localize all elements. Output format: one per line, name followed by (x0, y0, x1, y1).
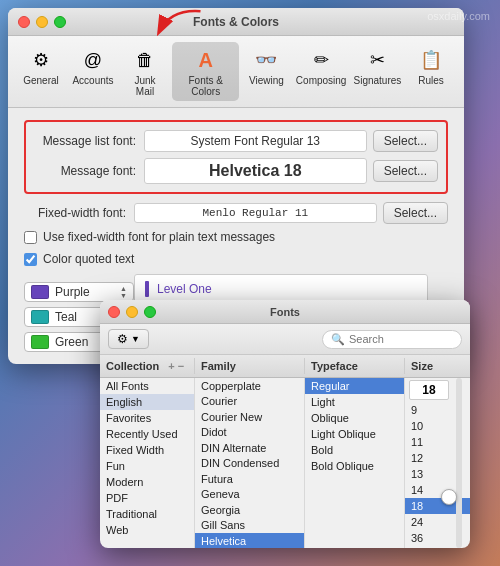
fonts-search-box[interactable]: 🔍 (322, 330, 462, 349)
message-font-value: Helvetica 18 (144, 158, 367, 184)
list-item[interactable]: Recently Used (100, 426, 194, 442)
list-item[interactable]: English (100, 394, 194, 410)
sidebar-item-fonts-colors[interactable]: A Fonts & Colors (172, 42, 239, 101)
size-slider-thumb[interactable] (441, 489, 457, 505)
purple-swatch (31, 285, 49, 299)
viewing-icon: 👓 (252, 46, 280, 74)
accounts-icon: @ (79, 46, 107, 74)
fonts-maximize-button[interactable] (144, 306, 156, 318)
list-item[interactable]: Fun (100, 458, 194, 474)
traffic-lights (18, 16, 66, 28)
list-item[interactable]: Gill Sans (195, 517, 304, 532)
add-icon[interactable]: + (168, 360, 174, 372)
fonts-table-body: All Fonts English Favorites Recently Use… (100, 378, 470, 548)
signatures-label: Signatures (354, 75, 402, 86)
list-item[interactable]: Geneva (195, 486, 304, 501)
list-item[interactable]: All Fonts (100, 378, 194, 394)
sidebar-item-rules[interactable]: 📋 Rules (406, 42, 456, 101)
list-item[interactable]: Light (305, 394, 404, 410)
size-header: Size (405, 358, 470, 374)
rules-icon: 📋 (417, 46, 445, 74)
list-item[interactable]: Futura (195, 471, 304, 486)
green-swatch (31, 335, 49, 349)
composing-label: Composing (296, 75, 347, 86)
size-slider-track (456, 378, 462, 548)
color-quoted-checkbox[interactable] (24, 253, 37, 266)
fonts-search-input[interactable] (349, 333, 453, 345)
fixed-width-checkbox[interactable] (24, 231, 37, 244)
list-item[interactable]: Fixed Width (100, 442, 194, 458)
message-list-font-label: Message list font: (34, 134, 144, 148)
sidebar-item-composing[interactable]: ✏ Composing (293, 42, 348, 101)
fixed-width-checkbox-label: Use fixed-width font for plain text mess… (43, 230, 275, 244)
accounts-label: Accounts (72, 75, 113, 86)
maximize-button[interactable] (54, 16, 66, 28)
level-one-bar (145, 281, 149, 297)
list-item[interactable]: Bold (305, 442, 404, 458)
list-item[interactable]: Oblique (305, 410, 404, 426)
list-item[interactable]: Web (100, 522, 194, 538)
composing-icon: ✏ (307, 46, 335, 74)
gear-chevron-icon: ▼ (131, 334, 140, 344)
list-item[interactable]: Regular (305, 378, 404, 394)
junk-mail-label: Junk Mail (128, 75, 162, 97)
viewing-label: Viewing (249, 75, 284, 86)
list-item[interactable]: Modern (100, 474, 194, 490)
list-item[interactable]: Copperplate (195, 378, 304, 393)
search-icon: 🔍 (331, 333, 345, 346)
teal-swatch (31, 310, 49, 324)
remove-icon[interactable]: − (178, 360, 184, 372)
family-column: Copperplate Courier Courier New Didot DI… (195, 378, 305, 548)
list-item[interactable]: Favorites (100, 410, 194, 426)
collection-header: Collection + − (100, 358, 195, 374)
list-item[interactable]: Georgia (195, 502, 304, 517)
list-item[interactable]: Bold Oblique (305, 458, 404, 474)
collection-column: All Fonts English Favorites Recently Use… (100, 378, 195, 548)
list-item[interactable]: DIN Alternate (195, 440, 304, 455)
sidebar-item-accounts[interactable]: @ Accounts (68, 42, 118, 101)
fonts-colors-icon: A (192, 46, 220, 74)
list-item[interactable]: Didot (195, 424, 304, 439)
fixed-width-checkbox-row: Use fixed-width font for plain text mess… (24, 230, 448, 244)
list-item[interactable]: Helvetica (195, 533, 304, 548)
color-quoted-check-row: Color quoted text (24, 252, 448, 266)
general-label: General (23, 75, 59, 86)
sidebar-item-junk-mail[interactable]: 🗑 Junk Mail (120, 42, 170, 101)
list-item[interactable]: PDF (100, 490, 194, 506)
fonts-window-title: Fonts (270, 306, 300, 318)
minimize-button[interactable] (36, 16, 48, 28)
family-header: Family (195, 358, 305, 374)
sidebar-item-signatures[interactable]: ✂ Signatures (351, 42, 404, 101)
size-column: 9 10 11 12 13 14 18 24 36 (405, 378, 470, 548)
message-font-select-button[interactable]: Select... (373, 160, 438, 182)
list-item[interactable]: Courier (195, 393, 304, 408)
close-button[interactable] (18, 16, 30, 28)
fixed-width-font-label: Fixed-width font: (24, 206, 134, 220)
fixed-width-font-row: Fixed-width font: Menlo Regular 11 Selec… (24, 202, 448, 224)
fonts-gear-button[interactable]: ⚙ ▼ (108, 329, 149, 349)
main-toolbar: ⚙ General @ Accounts 🗑 Junk Mail A Fonts… (8, 36, 464, 108)
fonts-minimize-button[interactable] (126, 306, 138, 318)
fixed-width-font-select-button[interactable]: Select... (383, 202, 448, 224)
list-item[interactable]: Light Oblique (305, 426, 404, 442)
fonts-close-button[interactable] (108, 306, 120, 318)
fonts-toolbar: ⚙ ▼ 🔍 (100, 324, 470, 355)
level-one-label: Level One (157, 282, 212, 296)
size-input[interactable] (409, 380, 449, 400)
level-one-item: Level One (145, 281, 417, 297)
red-arrow-indicator (148, 4, 208, 44)
general-icon: ⚙ (27, 46, 55, 74)
list-item[interactable]: Traditional (100, 506, 194, 522)
fonts-subwindow: Fonts ⚙ ▼ 🔍 Collection + − Family Typefa… (100, 300, 470, 548)
junk-mail-icon: 🗑 (131, 46, 159, 74)
signatures-icon: ✂ (363, 46, 391, 74)
list-item[interactable]: Courier New (195, 409, 304, 424)
list-item[interactable]: DIN Condensed (195, 455, 304, 470)
color-selector-purple[interactable]: Purple ▲▼ (24, 282, 134, 302)
message-list-font-select-button[interactable]: Select... (373, 130, 438, 152)
fonts-traffic-lights (108, 306, 156, 318)
sidebar-item-general[interactable]: ⚙ General (16, 42, 66, 101)
fixed-width-font-value: Menlo Regular 11 (134, 203, 377, 223)
fonts-colors-label: Fonts & Colors (180, 75, 231, 97)
sidebar-item-viewing[interactable]: 👓 Viewing (241, 42, 291, 101)
